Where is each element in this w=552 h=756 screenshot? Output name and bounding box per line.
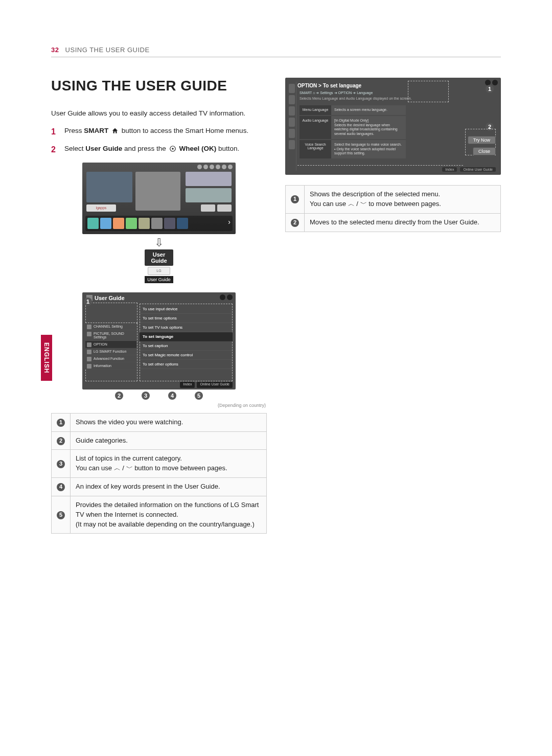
smart-home-screenshot: lgapps › [82,163,236,234]
callout-5: 5 [195,392,203,400]
app-row: › [85,216,233,231]
row-num: 1 [57,419,65,427]
step-number: 1 [51,126,59,139]
section-title: USING THE USER GUIDE [51,78,267,94]
user-guide-tile-caption: User Guide [145,276,173,283]
table-row: 3 List of topics in the current category… [52,450,267,478]
flow-arrow-icon: ⇩ [51,237,267,248]
callout-3: 3 [142,392,150,400]
ug-description-table: 1 Shows the video you were watching. 2 G… [51,413,267,534]
step-text: Select [64,145,85,152]
lang-description-table: 1 Shows the description of the selected … [285,185,501,232]
user-guide-tile: User Guide [145,249,173,266]
ug-category: Advanced Function [85,355,136,362]
ug-category: CHANNEL Setting [85,323,136,330]
ug-topic: To set other options [140,360,233,369]
crumb-line: Selects Menu Language and Audio Language… [300,97,412,100]
row-text: Guide categories. [71,431,267,450]
row-text: Provides the detailed information on the… [71,496,267,534]
step-1: 1 Press SMART button to access the Smart… [51,126,267,139]
ug-topic: To use input device [140,305,233,314]
row-num: 1 [291,195,299,203]
window-controls [220,294,233,300]
user-guide-screenshot: User Guide CHANNEL Setting PICTURE, SOUN… [82,292,236,390]
table-row: 1 Shows the video you were watching. [52,413,267,431]
crumb-line: SMART ⌂ ➔ Settings ➔ OPTION ➔ Language [300,91,373,95]
page-header: 32 USING THE USER GUIDE [51,46,501,57]
svg-point-1 [172,148,174,150]
page-number: 32 [51,46,59,54]
window-controls [485,80,498,85]
step-text: button. [216,145,239,152]
lang-options: Menu LanguageSelects a screen menu langu… [300,105,406,159]
row-text: List of topics in the current category. … [71,450,267,478]
row-text: Moves to the selected menu directly from… [305,213,501,232]
callout-4: 4 [168,392,176,400]
callout-1: 1 [486,85,494,93]
callout-1: 1 [84,297,92,306]
opt-label: Audio Language [300,116,331,139]
table-row: 5 Provides the detailed information on t… [52,496,267,534]
step-number: 2 [51,144,59,156]
step-text: button to access the Smart Home menus. [120,127,248,134]
opt-desc: [In Digital Mode Only] Selects the desir… [331,116,406,139]
ug-category: Information [85,362,136,370]
depending-note: (Depending on country) [51,403,266,408]
lang-foot-index: Index [442,167,457,172]
step-bold: SMART [84,127,110,134]
step-bold: Wheel (OK) [179,145,216,152]
step-text: and press the [122,145,168,152]
ug-topic: To set TV lock options [140,323,233,332]
ug-categories: CHANNEL Setting PICTURE, SOUND Settings … [85,323,136,381]
table-row: 1 Shows the description of the selected … [286,186,501,214]
ug-topic: To set time options [140,314,233,323]
ug-topic: To set caption [140,341,233,351]
page-header-title: USING THE USER GUIDE [65,46,150,54]
ug-topic: To set language [140,332,233,341]
app-label: lgapps [86,204,116,212]
row-num: 4 [57,483,65,491]
intro-text: User Guide allows you to easily access d… [51,108,267,119]
ug-topics: To use input device To set time options … [140,305,233,381]
row-num: 5 [57,511,65,519]
table-row: 2 Guide categories. [52,431,267,450]
window-controls [197,165,233,169]
ug-category: PICTURE, SOUND Settings [85,330,136,341]
wheel-icon [168,144,177,154]
callout-2: 2 [115,392,123,400]
try-now-button[interactable]: Try Now [468,136,496,144]
ug-category: OPTION [85,341,136,348]
opt-desc: Select the language to make voice search… [331,140,406,158]
user-guide-tile-sub: LG [148,267,170,275]
steps-list: 1 Press SMART button to access the Smart… [51,126,267,156]
opt-label: Menu Language [300,105,331,115]
language-option-screenshot: OPTION > To set language 1 SMART ⌂ ➔ Set… [285,78,501,175]
language-tab: ENGLISH [41,335,52,381]
row-text: An index of key words present in the Use… [71,478,267,496]
side-menu-icons [288,82,296,171]
ug-footer-online: Online User Guide [197,382,233,388]
step-2: 2 Select User Guide and press the Wheel … [51,144,267,156]
step-bold: User Guide [85,145,122,152]
row-num: 2 [291,219,299,227]
row-num: 3 [57,460,65,468]
ug-title: User Guide [95,295,125,301]
lang-breadcrumb: OPTION > To set language [297,83,361,88]
row-text: Shows the description of the selected me… [305,186,501,214]
scroll-right-icon: › [228,218,231,229]
table-row: 4 An index of key words present in the U… [52,478,267,496]
lang-foot-online: Online User Guide [460,167,496,172]
ug-category: LG SMART Function [85,348,136,355]
close-button[interactable]: Close [473,147,496,155]
ug-footer-index: Index [180,382,195,388]
opt-label: Voice Search Language [300,140,331,158]
step-text: Press [64,127,84,134]
opt-desc: Selects a screen menu language. [331,105,406,115]
row-text: Shows the video you were watching. [71,413,267,431]
table-row: 2 Moves to the selected menu directly fr… [286,213,501,232]
ug-topic: To set Magic remote control [140,351,233,360]
home-icon [110,126,120,136]
row-num: 2 [57,437,65,445]
